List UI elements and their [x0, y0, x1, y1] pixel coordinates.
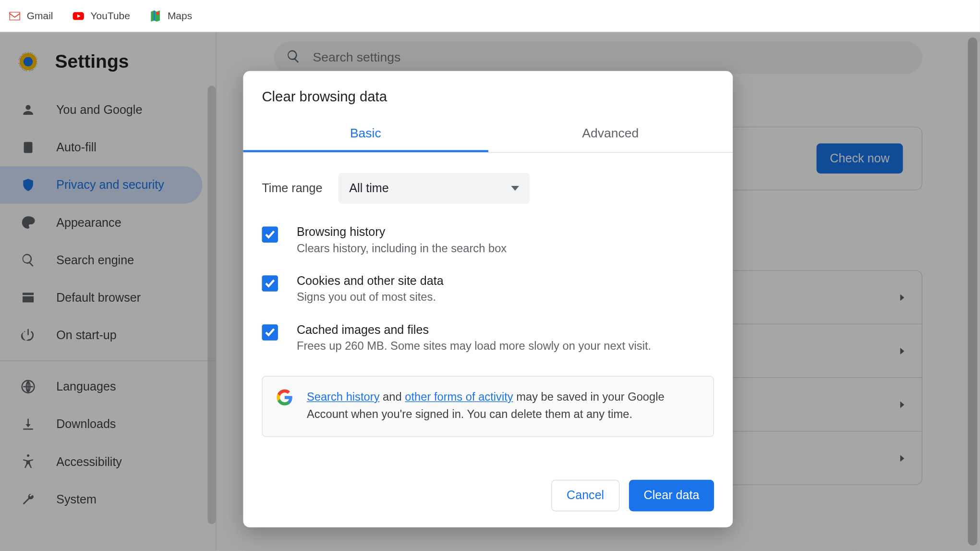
- bookmark-label: Maps: [168, 10, 192, 22]
- youtube-icon: [72, 9, 85, 23]
- tab-basic[interactable]: Basic: [243, 117, 488, 152]
- bookmark-youtube[interactable]: YouTube: [72, 9, 130, 23]
- info-box: Search history and other forms of activi…: [262, 376, 714, 437]
- bookmark-label: YouTube: [91, 10, 130, 22]
- bookmarks-bar: Gmail YouTube Maps: [0, 0, 980, 32]
- clear-browsing-data-dialog: Clear browsing data Basic Advanced Time …: [243, 71, 733, 527]
- link-search-history[interactable]: Search history: [307, 391, 380, 404]
- bookmark-maps[interactable]: Maps: [149, 9, 192, 23]
- checkbox-cache[interactable]: [262, 324, 278, 340]
- chevron-down-icon: [511, 181, 520, 195]
- clear-data-button[interactable]: Clear data: [629, 479, 714, 511]
- time-range-select[interactable]: All time: [339, 173, 530, 204]
- checkbox-browsing-history[interactable]: [262, 227, 278, 243]
- time-range-label: Time range: [262, 181, 322, 195]
- bookmark-label: Gmail: [27, 10, 53, 22]
- dialog-title: Clear browsing data: [243, 71, 733, 117]
- cancel-button[interactable]: Cancel: [551, 479, 619, 511]
- check-title: Cached images and files: [297, 323, 651, 337]
- dialog-tabs: Basic Advanced: [243, 117, 733, 153]
- tab-advanced[interactable]: Advanced: [488, 117, 733, 152]
- time-range-value: All time: [349, 181, 388, 195]
- link-other-activity[interactable]: other forms of activity: [405, 391, 513, 404]
- checkbox-cookies[interactable]: [262, 275, 278, 291]
- check-row-browsing-history[interactable]: Browsing history Clears history, includi…: [243, 216, 733, 265]
- bookmark-gmail[interactable]: Gmail: [8, 9, 53, 23]
- check-title: Browsing history: [297, 225, 507, 239]
- check-sub: Clears history, including in the search …: [297, 242, 507, 256]
- svg-point-1: [156, 11, 159, 14]
- check-row-cache[interactable]: Cached images and files Frees up 260 MB.…: [243, 314, 733, 363]
- info-text: Search history and other forms of activi…: [307, 389, 700, 424]
- gmail-icon: [8, 9, 22, 23]
- check-sub: Frees up 260 MB. Some sites may load mor…: [297, 340, 651, 353]
- check-title: Cookies and other site data: [297, 274, 444, 288]
- check-row-cookies[interactable]: Cookies and other site data Signs you ou…: [243, 265, 733, 314]
- google-icon: [276, 389, 293, 406]
- check-sub: Signs you out of most sites.: [297, 291, 444, 304]
- maps-icon: [149, 9, 162, 23]
